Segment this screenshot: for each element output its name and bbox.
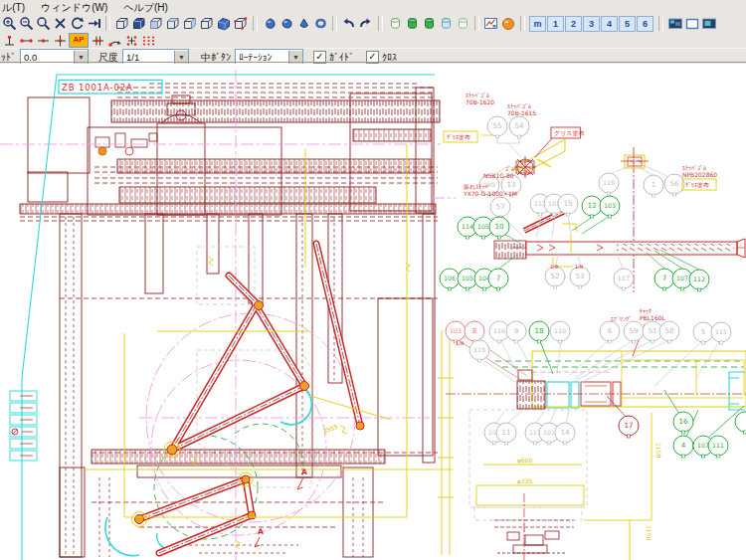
balloon-117[interactable]: 117 xyxy=(614,269,634,290)
svg-text:10: 10 xyxy=(494,222,504,231)
layer-state-1-icon[interactable] xyxy=(387,16,403,32)
drawing-area: 5554109131181565711310115121031141051010… xyxy=(0,64,746,560)
zoom-window-icon[interactable] xyxy=(35,16,51,32)
layer-state-3-icon[interactable] xyxy=(421,16,437,32)
screen-capture-icon[interactable] xyxy=(667,16,683,32)
balloon-59[interactable]: 59 xyxy=(624,321,644,343)
balloon-14[interactable]: 14 xyxy=(555,423,575,445)
svg-text:15: 15 xyxy=(563,199,572,208)
menu-item-window[interactable]: ウィンドウ(W) xyxy=(41,1,107,14)
macro-button-3[interactable]: 3 xyxy=(583,16,600,32)
rotate-view-icon[interactable] xyxy=(69,16,85,32)
snap-endpoint-icon[interactable] xyxy=(18,34,34,48)
macro-button-5[interactable]: 5 xyxy=(619,16,636,32)
svg-text:103: 103 xyxy=(604,202,616,209)
svg-text:7: 7 xyxy=(496,274,501,282)
macro-button-6[interactable]: 6 xyxy=(637,16,653,32)
snap-perpendicular-icon[interactable] xyxy=(1,34,17,48)
balloon-6[interactable]: 6 xyxy=(600,321,620,343)
layer-state-5-icon[interactable] xyxy=(455,16,470,32)
macro-button-1[interactable]: 1 xyxy=(547,16,564,32)
label-3555: 3555 xyxy=(322,423,339,435)
redo-icon[interactable] xyxy=(358,16,374,32)
zoom-in-icon[interactable] xyxy=(1,16,17,32)
solid-tool-4-icon[interactable] xyxy=(312,16,328,32)
balloon-partial[interactable] xyxy=(735,412,746,434)
snap-ap-button[interactable]: AP xyxy=(69,33,89,48)
view-iso-filled-icon[interactable] xyxy=(131,16,147,32)
menu-item-tool[interactable]: ル(T) xyxy=(2,1,25,14)
label--: グリス塗布 xyxy=(551,127,584,138)
delete-icon[interactable] xyxy=(52,16,68,32)
balloon-12[interactable]: 12 xyxy=(582,196,602,218)
view-top-icon[interactable] xyxy=(165,16,181,32)
view-side-icon[interactable] xyxy=(182,16,198,32)
balloon-7[interactable]: 7 xyxy=(654,269,674,290)
svg-text:9: 9 xyxy=(514,326,519,335)
menu-item-help[interactable]: ヘルプ(H) xyxy=(123,1,168,14)
balloon-119[interactable]: 119 xyxy=(469,340,489,362)
balloon-9[interactable]: 9 xyxy=(506,321,526,343)
label-yx70-g-1000-1m: YX70-G-1000×1M xyxy=(463,190,517,197)
svg-text:56: 56 xyxy=(669,179,679,188)
svg-text:16: 16 xyxy=(678,417,688,426)
svg-text:119: 119 xyxy=(473,346,485,353)
label-1-8: 1/8 xyxy=(550,264,558,270)
balloon-52[interactable]: 52 xyxy=(545,267,565,288)
balloon-54[interactable]: 54 xyxy=(509,116,529,138)
view-solid-icon[interactable] xyxy=(216,16,232,32)
macro-button-2[interactable]: 2 xyxy=(565,16,582,32)
view-front-icon[interactable] xyxy=(148,16,164,32)
blank-view-icon[interactable] xyxy=(684,16,700,32)
pan-view-icon[interactable] xyxy=(86,16,101,32)
balloon-16[interactable]: 16 xyxy=(673,412,693,434)
layer-state-4-icon[interactable] xyxy=(438,16,454,32)
svg-text:59: 59 xyxy=(629,326,639,335)
view-back-icon[interactable] xyxy=(199,16,215,32)
balloon-4[interactable]: 4 xyxy=(673,436,693,458)
markup-icon[interactable] xyxy=(483,16,499,32)
snap-grid-point-icon[interactable] xyxy=(123,34,139,48)
layer-state-2-icon[interactable] xyxy=(404,16,420,32)
balloon-103[interactable]: 103 xyxy=(600,196,620,218)
balloon-106[interactable]: 106 xyxy=(440,269,460,290)
balloon-1[interactable]: 1 xyxy=(644,175,663,197)
balloon-118[interactable]: 118 xyxy=(599,173,619,195)
zoom-out-icon[interactable] xyxy=(18,16,34,32)
view-iso-icon[interactable] xyxy=(114,16,130,32)
svg-text:φ600: φ600 xyxy=(517,457,533,465)
svg-text:ｺﾞﾑ: ｺﾞﾑ xyxy=(505,165,514,172)
balloon-5[interactable]: 5 xyxy=(693,322,713,344)
balloon-110[interactable]: 110 xyxy=(550,321,570,343)
svg-text:ｸﾞﾘｽ塗布: ｸﾞﾘｽ塗布 xyxy=(685,181,709,189)
balloon-57[interactable]: 57 xyxy=(490,197,510,219)
snap-online-icon[interactable] xyxy=(90,34,105,48)
svg-text:110: 110 xyxy=(554,327,566,334)
render-ball-icon[interactable] xyxy=(500,16,516,32)
balloon-18[interactable]: 18 xyxy=(529,321,549,343)
drawing-canvas[interactable]: 5554109131181565711310115121031141051010… xyxy=(0,64,746,560)
macro-button-4[interactable]: 4 xyxy=(601,16,618,32)
layer-legend[interactable] xyxy=(10,391,37,461)
view-points-icon[interactable] xyxy=(233,16,249,32)
balloon-111[interactable]: 111 xyxy=(708,436,728,458)
balloon-17[interactable]: 17 xyxy=(619,416,639,438)
undo-icon[interactable] xyxy=(341,16,357,32)
balloon-112[interactable]: 112 xyxy=(689,270,709,291)
snap-grid-icon[interactable] xyxy=(140,34,156,48)
solid-tool-2-icon[interactable] xyxy=(279,16,294,32)
solid-tool-3-icon[interactable] xyxy=(295,16,311,32)
detail-arm-assembly xyxy=(494,209,745,270)
balloon-53[interactable]: 53 xyxy=(570,267,590,288)
balloon-58[interactable]: 58 xyxy=(659,321,679,343)
balloon-7[interactable]: 7 xyxy=(488,269,508,290)
snap-midpoint-icon[interactable] xyxy=(35,34,51,48)
snap-tangent-icon[interactable] xyxy=(106,34,122,48)
macro-button-m[interactable]: m xyxy=(529,16,546,32)
solid-tool-1-icon[interactable] xyxy=(262,16,278,32)
balloon-56[interactable]: 56 xyxy=(664,174,684,196)
snap-intersection-icon[interactable] xyxy=(52,34,68,48)
screen-preview-icon[interactable] xyxy=(701,16,717,32)
svg-text:5: 5 xyxy=(701,327,706,336)
balloon-115[interactable]: 115 xyxy=(711,322,731,344)
